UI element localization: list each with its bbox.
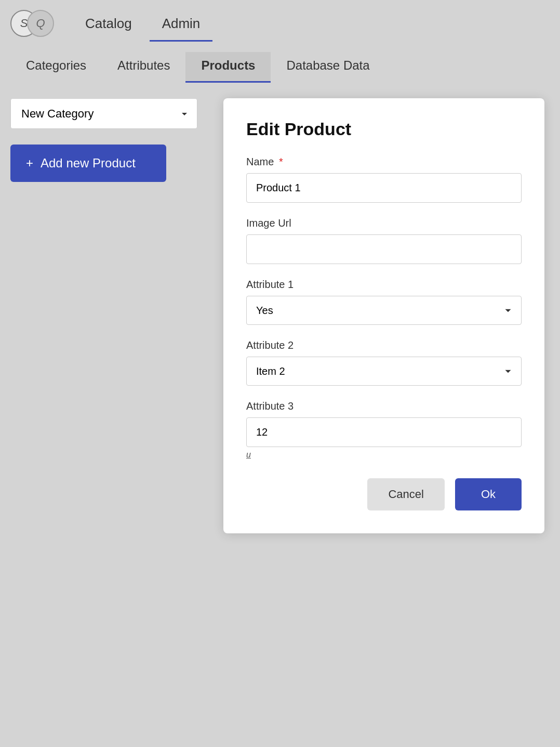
image-url-label: Image Url — [246, 217, 522, 229]
name-label: Name * — [246, 156, 522, 168]
attribute1-select[interactable]: Yes No — [246, 296, 522, 325]
top-nav: S Q Catalog Admin — [0, 0, 560, 42]
attribute2-field-group: Attribute 2 Item 1 Item 2 Item 3 — [246, 339, 522, 386]
name-input[interactable] — [246, 173, 522, 203]
name-field-group: Name * — [246, 156, 522, 203]
image-url-input[interactable] — [246, 234, 522, 264]
attribute1-field-group: Attribute 1 Yes No — [246, 279, 522, 325]
attribute3-field-group: Attribute 3 u — [246, 400, 522, 460]
tab-catalog[interactable]: Catalog — [73, 9, 144, 42]
category-select[interactable]: New Category — [10, 98, 197, 129]
tab-admin[interactable]: Admin — [150, 9, 213, 42]
main-content: New Category + Add new Product Edit Prod… — [0, 83, 560, 549]
top-nav-tabs: Catalog Admin — [73, 9, 212, 42]
sub-nav: Categories Attributes Products Database … — [0, 42, 560, 83]
image-url-field-group: Image Url — [246, 217, 522, 264]
ok-button[interactable]: Ok — [455, 478, 522, 510]
tab-categories[interactable]: Categories — [10, 52, 102, 83]
logo-area: S Q — [10, 10, 57, 41]
plus-icon: + — [26, 156, 33, 171]
attribute2-select[interactable]: Item 1 Item 2 Item 3 — [246, 357, 522, 386]
left-panel: New Category + Add new Product — [10, 98, 208, 182]
edit-product-panel: Edit Product Name * Image Url Attribute … — [223, 98, 544, 533]
attribute1-label: Attribute 1 — [246, 279, 522, 291]
form-actions: Cancel Ok — [246, 478, 522, 510]
tab-database-data[interactable]: Database Data — [271, 52, 385, 83]
logo-q-circle: Q — [27, 10, 54, 37]
edit-product-title: Edit Product — [246, 119, 522, 139]
required-star-name: * — [279, 156, 283, 167]
attribute2-label: Attribute 2 — [246, 339, 522, 351]
logo: S Q — [10, 10, 57, 41]
tab-products[interactable]: Products — [185, 52, 271, 83]
cancel-button[interactable]: Cancel — [367, 478, 444, 510]
tab-attributes[interactable]: Attributes — [102, 52, 185, 83]
attribute3-hint: u — [246, 450, 522, 460]
attribute3-label: Attribute 3 — [246, 400, 522, 412]
attribute3-input[interactable] — [246, 417, 522, 447]
add-new-product-button[interactable]: + Add new Product — [10, 145, 166, 182]
add-product-label: Add new Product — [41, 156, 136, 171]
